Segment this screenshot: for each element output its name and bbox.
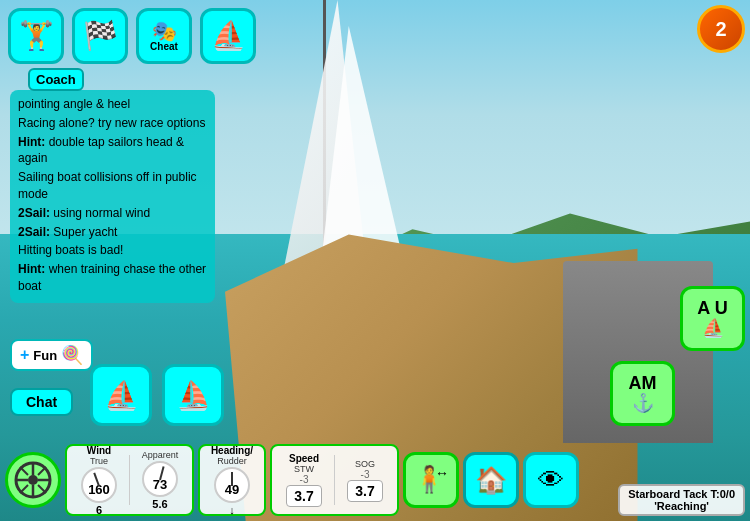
fun-candy-icon: 🍭 <box>61 344 83 366</box>
coach-msg-7: Hitting boats is bad! <box>18 242 207 259</box>
person-button[interactable]: 🏋️ <box>8 8 64 64</box>
au-icon: A U ⛵ <box>697 299 727 339</box>
cheat-label: Cheat <box>150 41 178 52</box>
eye-icon: 👁 <box>538 465 564 496</box>
coach-msg-6: 2Sail: Super yacht <box>18 224 207 241</box>
coach-msg-5: 2Sail: using normal wind <box>18 205 207 222</box>
coach-msg-1: pointing angle & heel <box>18 96 207 113</box>
sail-button-2[interactable]: ⛵ <box>162 364 224 426</box>
chat-label: Chat <box>26 394 57 410</box>
twosail-label-2: 2Sail: <box>18 225 50 239</box>
steering-wheel-button[interactable] <box>5 452 61 508</box>
cheat-icon: 🎭 <box>152 21 177 41</box>
flag-button[interactable]: 🏁 <box>72 8 128 64</box>
coach-msg-2: Racing alone? try new race options <box>18 115 207 132</box>
badge-value: 2 <box>715 18 726 41</box>
home-icon: 🏠 <box>475 465 507 496</box>
fun-label: Fun <box>33 348 57 363</box>
coach-tab[interactable]: Coach <box>28 68 84 91</box>
cheat-button[interactable]: 🎭 Cheat <box>136 8 192 64</box>
au-button[interactable]: A U ⛵ <box>680 286 745 351</box>
coach-msg-8: Hint: when training chase the other boat <box>18 261 207 295</box>
flag-icon: 🏁 <box>83 22 118 50</box>
sail-2-icon: ⛵ <box>176 379 211 412</box>
arrow-icon: 🧍 ↔ <box>413 460 449 501</box>
coach-msg-4: Sailing boat collisions off in public mo… <box>18 169 207 203</box>
twosail-suffix-2: Super yacht <box>50 225 117 239</box>
rank-badge: 2 <box>697 5 745 53</box>
coach-panel[interactable]: pointing angle & heel Racing alone? try … <box>10 90 215 303</box>
wheel-icon <box>13 460 53 500</box>
boat-icon: ⛵ <box>211 22 246 50</box>
hint-label-1: Hint: <box>18 135 45 149</box>
am-icon: AM ⚓ <box>629 374 657 414</box>
home-button[interactable]: 🏠 <box>463 452 519 508</box>
hint-label-2: Hint: <box>18 262 45 276</box>
fun-button[interactable]: + Fun 🍭 <box>10 339 93 371</box>
am-button[interactable]: AM ⚓ <box>610 361 675 426</box>
twosail-text-1: using normal wind <box>50 206 150 220</box>
twosail-label-1: 2Sail: <box>18 206 50 220</box>
svg-point-1 <box>28 475 38 485</box>
boat-select-button[interactable]: ⛵ <box>200 8 256 64</box>
person-icon: 🏋️ <box>19 22 54 50</box>
hint-text-2: when training chase the other boat <box>18 262 206 293</box>
coach-msg-3: Hint: double tap sailors head & again <box>18 134 207 168</box>
fun-plus-icon: + <box>20 346 29 364</box>
coach-tab-label: Coach <box>36 72 76 87</box>
sail-1-icon: ⛵ <box>104 379 139 412</box>
sail-button-1[interactable]: ⛵ <box>90 364 152 426</box>
svg-text:↔: ↔ <box>435 465 449 481</box>
tack-arrow-button[interactable]: 🧍 ↔ <box>403 452 459 508</box>
eye-button[interactable]: 👁 <box>523 452 579 508</box>
chat-button[interactable]: Chat <box>10 388 73 416</box>
